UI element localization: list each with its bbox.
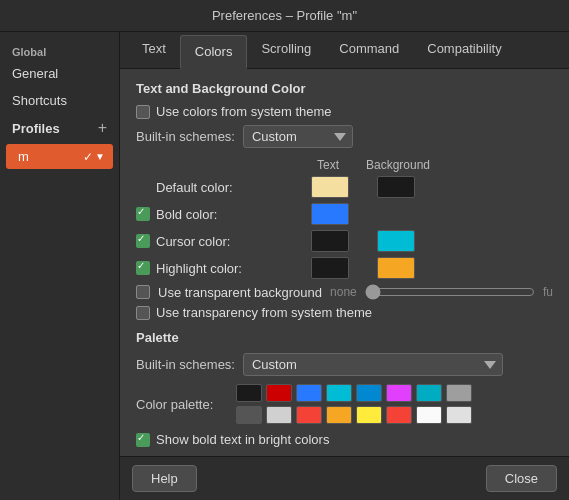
built-in-schemes-label: Built-in schemes: [136,129,235,144]
pal-swatch-12[interactable] [356,406,382,424]
pal-swatch-0[interactable] [236,384,262,402]
profiles-label: Profiles [12,121,60,136]
palette-schemes-select[interactable]: Custom [243,353,503,376]
palette-row2 [236,406,472,424]
transparent-bg-checkbox[interactable] [136,285,150,299]
bold-bright-checkbox[interactable] [136,433,150,447]
pal-swatch-6[interactable] [416,384,442,402]
cursor-color-checkbox[interactable] [136,234,150,248]
pal-swatch-7[interactable] [446,384,472,402]
profile-arrow-icon: ▼ [95,151,105,162]
fu-label: fu [543,285,553,299]
system-theme-checkbox[interactable] [136,105,150,119]
bold-bright-row: Show bold text in bright colors [136,432,553,447]
system-theme-row: Use colors from system theme [136,104,553,119]
palette-color-label: Color palette: [136,397,236,412]
cursor-color-label: Cursor color: [136,234,311,249]
tab-scrolling[interactable]: Scrolling [247,33,325,69]
transparency-system-label: Use transparency from system theme [136,305,372,320]
profile-name: m [18,149,29,164]
default-color-row: Default color: [136,176,553,198]
pal-swatch-3[interactable] [326,384,352,402]
built-in-schemes-select[interactable]: Custom [243,125,353,148]
text-bg-title: Text and Background Color [136,81,553,96]
sidebar-item-shortcuts[interactable]: Shortcuts [0,87,119,114]
tab-command[interactable]: Command [325,33,413,69]
cursor-text-swatch[interactable] [311,230,349,252]
col-header-text: Text [308,158,348,172]
footer: Help Close [120,456,569,500]
highlight-text-swatch[interactable] [311,257,349,279]
global-label: Global [0,42,119,60]
profile-item-m[interactable]: m ✓ ▼ [6,144,113,169]
transparent-bg-row: Use transparent background none fu [136,284,553,300]
palette-section: Palette Built-in schemes: Custom Color p… [136,330,553,447]
pal-swatch-4[interactable] [356,384,382,402]
sidebar: Global General Shortcuts Profiles + m ✓ … [0,32,120,500]
tab-text[interactable]: Text [128,33,180,69]
highlight-color-label: Highlight color: [136,261,311,276]
tab-colors[interactable]: Colors [180,35,248,69]
none-label: none [330,285,357,299]
profile-actions: ✓ ▼ [83,150,105,164]
cursor-bg-swatch[interactable] [377,230,415,252]
cursor-color-row: Cursor color: [136,230,553,252]
system-theme-label: Use colors from system theme [136,104,332,119]
transparency-system-row: Use transparency from system theme [136,305,553,320]
palette-color-row: Color palette: [136,384,553,424]
bold-bright-label: Show bold text in bright colors [156,432,329,447]
highlight-color-row: Highlight color: [136,257,553,279]
sidebar-item-general[interactable]: General [0,60,119,87]
pal-swatch-5[interactable] [386,384,412,402]
help-button[interactable]: Help [132,465,197,492]
transparent-bg-label: Use transparent background [158,285,322,300]
pal-swatch-1[interactable] [266,384,292,402]
pal-swatch-11[interactable] [326,406,352,424]
palette-title: Palette [136,330,553,345]
colors-panel: Text and Background Color Use colors fro… [120,69,569,456]
palette-schemes-row: Built-in schemes: Custom [136,353,553,376]
palette-swatches-container [236,384,472,424]
default-bg-swatch[interactable] [377,176,415,198]
transparency-slider-container: none fu [330,284,553,300]
window-title: Preferences – Profile "m" [212,8,357,23]
highlight-color-checkbox[interactable] [136,261,150,275]
sidebar-profiles-header: Profiles + [0,114,119,142]
title-bar: Preferences – Profile "m" [0,0,569,32]
bold-color-checkbox[interactable] [136,207,150,221]
pal-swatch-9[interactable] [266,406,292,424]
built-in-schemes-row: Built-in schemes: Custom [136,125,553,148]
profile-check-icon: ✓ [83,150,93,164]
palette-schemes-label: Built-in schemes: [136,357,235,372]
content-area: Text Colors Scrolling Command Compatibil… [120,32,569,500]
pal-swatch-15[interactable] [446,406,472,424]
default-color-label: Default color: [136,180,311,195]
pal-swatch-10[interactable] [296,406,322,424]
add-profile-button[interactable]: + [98,120,107,136]
pal-swatch-14[interactable] [416,406,442,424]
bold-text-swatch[interactable] [311,203,349,225]
col-header-bg: Background [366,158,426,172]
pal-swatch-2[interactable] [296,384,322,402]
transparency-slider[interactable] [365,284,535,300]
pal-swatch-13[interactable] [386,406,412,424]
highlight-bg-swatch[interactable] [377,257,415,279]
bold-color-row: Bold color: [136,203,553,225]
tab-compatibility[interactable]: Compatibility [413,33,515,69]
pal-swatch-8[interactable] [236,406,262,424]
tabs-bar: Text Colors Scrolling Command Compatibil… [120,32,569,69]
close-button[interactable]: Close [486,465,557,492]
bold-color-label: Bold color: [136,207,311,222]
palette-row1 [236,384,472,402]
transparency-system-checkbox[interactable] [136,306,150,320]
default-text-swatch[interactable] [311,176,349,198]
